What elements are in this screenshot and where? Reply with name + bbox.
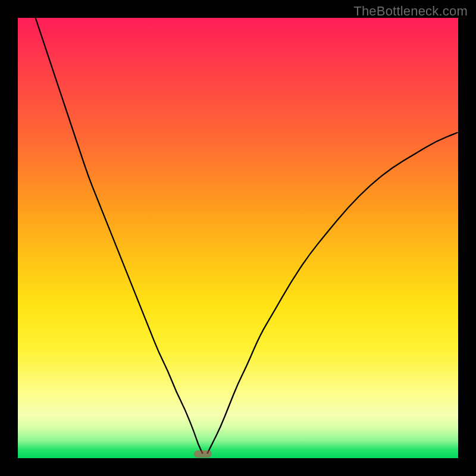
watermark-text: TheBottleneck.com	[353, 4, 468, 19]
minimum-marker	[194, 450, 212, 458]
chart-frame: TheBottleneck.com	[0, 0, 476, 476]
plot-area	[18, 18, 458, 458]
curve-right-branch	[207, 132, 458, 453]
curve-left-branch	[36, 18, 203, 454]
curve-layer	[18, 18, 458, 458]
